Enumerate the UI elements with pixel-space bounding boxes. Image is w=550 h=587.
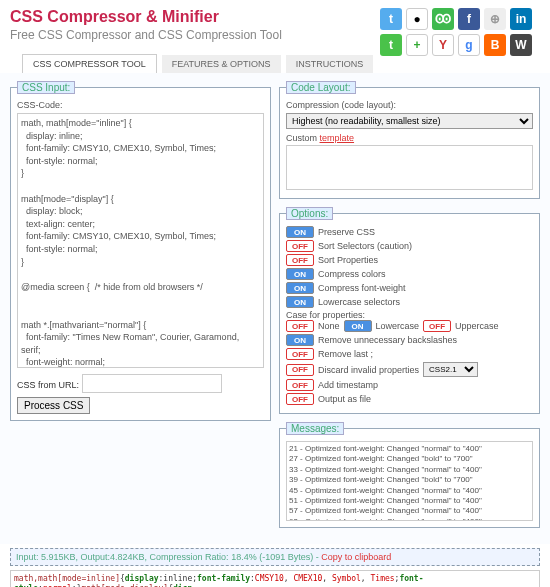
message-line: 33 - Optimized font-weight: Changed "nor…	[289, 465, 530, 475]
css-input-legend: CSS Input:	[17, 81, 75, 94]
options-fieldset: Options: ONPreserve CSS OFFSort Selector…	[279, 207, 540, 414]
css-input-fieldset: CSS Input: CSS-Code: CSS from URL: Proce…	[10, 81, 271, 421]
toggle-remove-last[interactable]: OFF	[286, 348, 314, 360]
share-icon[interactable]: +	[406, 34, 428, 56]
case-label: Case for properties:	[286, 310, 533, 320]
toggle-add-timestamp[interactable]: OFF	[286, 379, 314, 391]
stats-bar: Input: 5.915KB, Output:4.824KB, Compress…	[10, 548, 540, 566]
template-link[interactable]: template	[320, 133, 355, 143]
wordpress-icon[interactable]: W	[510, 34, 532, 56]
toggle-preserve[interactable]: ON	[286, 226, 314, 238]
toggle-compress-font-weight[interactable]: ON	[286, 282, 314, 294]
header: CSS Compressor & Minifier Free CSS Compr…	[0, 0, 550, 46]
discard-select[interactable]: CSS2.1	[423, 362, 478, 377]
toggle-sort-properties[interactable]: OFF	[286, 254, 314, 266]
bottom-section: Input: 5.915KB, Output:4.824KB, Compress…	[10, 548, 540, 587]
copy-clipboard-link[interactable]: Copy to clipboard	[321, 552, 391, 562]
toggle-case-lowercase[interactable]: ON	[344, 320, 372, 332]
options-legend: Options:	[286, 207, 333, 220]
tab-bar: CSS COMPRESSOR TOOL FEATURES & OPTIONS I…	[0, 54, 550, 73]
code-layout-fieldset: Code Layout: Compression (code layout): …	[279, 81, 540, 199]
messages-fieldset: Messages: 21 - Optimized font-weight: Ch…	[279, 422, 540, 528]
compression-label: Compression (code layout):	[286, 100, 533, 110]
process-css-button[interactable]: Process CSS	[17, 397, 90, 414]
social-icons: t ● Ꙭ f ⊕ in t + Y g B W	[380, 8, 540, 56]
delicious-icon[interactable]: ●	[406, 8, 428, 30]
main-panel: CSS Input: CSS-Code: CSS from URL: Proce…	[0, 73, 550, 544]
template-textarea[interactable]	[286, 145, 533, 190]
toggle-sort-selectors[interactable]: OFF	[286, 240, 314, 252]
compression-select[interactable]: Highest (no readability, smallest size)	[286, 113, 533, 129]
linkedin-icon[interactable]: in	[510, 8, 532, 30]
toggle-case-none[interactable]: OFF	[286, 320, 314, 332]
toggle-case-uppercase[interactable]: OFF	[423, 320, 451, 332]
css-code-input[interactable]	[17, 113, 264, 368]
tab-tool[interactable]: CSS COMPRESSOR TOOL	[22, 54, 157, 73]
blogger-icon[interactable]: B	[484, 34, 506, 56]
yahoo-icon[interactable]: Y	[432, 34, 454, 56]
google-icon[interactable]: g	[458, 34, 480, 56]
toggle-compress-colors[interactable]: ON	[286, 268, 314, 280]
message-line: 51 - Optimized font-weight: Changed "nor…	[289, 496, 530, 506]
technorati-icon[interactable]: t	[380, 34, 402, 56]
toggle-discard-invalid[interactable]: OFF	[286, 364, 314, 376]
stumbleupon-icon[interactable]: Ꙭ	[432, 8, 454, 30]
toggle-lowercase-selectors[interactable]: ON	[286, 296, 314, 308]
reddit-icon[interactable]: ⊕	[484, 8, 506, 30]
message-line: 63 - Optimized font-weight: Changed "nor…	[289, 517, 530, 521]
css-url-input[interactable]	[82, 374, 222, 393]
tab-features[interactable]: FEATURES & OPTIONS	[162, 55, 281, 73]
message-line: 39 - Optimized font-weight: Changed "bol…	[289, 475, 530, 485]
output-code[interactable]: math,math[mode=inline]{display:inline;fo…	[10, 570, 540, 587]
twitter-icon[interactable]: t	[380, 8, 402, 30]
message-line: 21 - Optimized font-weight: Changed "nor…	[289, 444, 530, 454]
toggle-output-file[interactable]: OFF	[286, 393, 314, 405]
css-code-label: CSS-Code:	[17, 100, 264, 110]
message-line: 45 - Optimized font-weight: Changed "nor…	[289, 486, 530, 496]
stats-text: Input: 5.915KB, Output:4.824KB, Compress…	[16, 552, 321, 562]
facebook-icon[interactable]: f	[458, 8, 480, 30]
code-layout-legend: Code Layout:	[286, 81, 356, 94]
messages-legend: Messages:	[286, 422, 344, 435]
messages-output[interactable]: 21 - Optimized font-weight: Changed "nor…	[286, 441, 533, 521]
message-line: 57 - Optimized font-weight: Changed "nor…	[289, 506, 530, 516]
toggle-remove-backslashes[interactable]: ON	[286, 334, 314, 346]
custom-label: Custom	[286, 133, 320, 143]
css-url-label: CSS from URL:	[17, 380, 79, 390]
tab-instructions[interactable]: INSTRUCTIONS	[286, 55, 374, 73]
message-line: 27 - Optimized font-weight: Changed "bol…	[289, 454, 530, 464]
